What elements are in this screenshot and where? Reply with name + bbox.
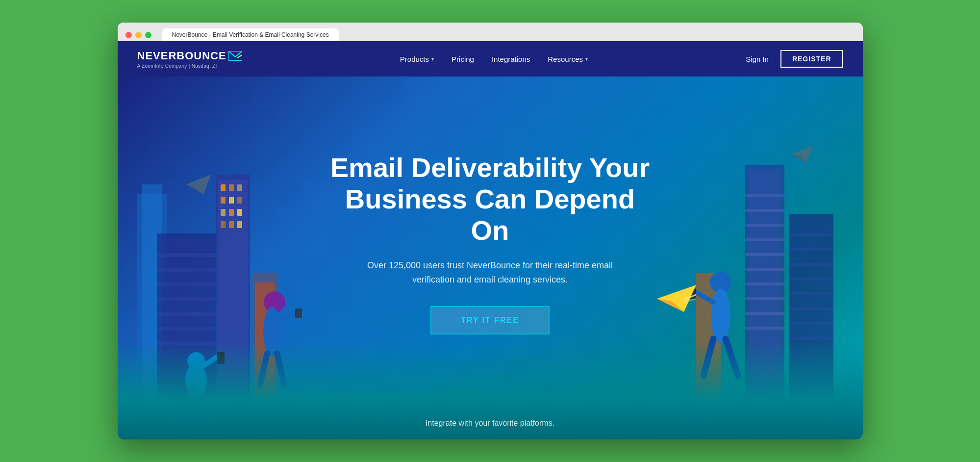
- hero-bottom: Integrate with your favorite platforms.: [118, 341, 863, 439]
- try-it-free-button[interactable]: TRY IT FREE: [430, 306, 550, 334]
- svg-rect-24: [157, 312, 216, 316]
- svg-rect-58: [789, 322, 833, 325]
- nav-actions: Sign In REGISTER: [746, 50, 843, 68]
- hero-title: Email Deliverability Your Business Can D…: [324, 152, 657, 247]
- chevron-down-icon: ▾: [585, 56, 588, 62]
- svg-rect-12: [221, 209, 226, 216]
- svg-rect-25: [157, 327, 216, 331]
- svg-rect-41: [745, 194, 784, 197]
- svg-rect-56: [789, 292, 833, 295]
- traffic-lights: [126, 32, 151, 38]
- paper-plane-top-right-icon: [792, 145, 814, 163]
- page-content: NEVERBOUNCE A ZoomInfo Company | Nasdaq:…: [118, 41, 863, 439]
- svg-rect-11: [237, 197, 242, 204]
- nav-links: Products ▾ Pricing Integrations Resource…: [242, 55, 746, 63]
- svg-rect-43: [745, 224, 784, 227]
- svg-rect-15: [221, 221, 226, 228]
- svg-rect-22: [157, 282, 216, 286]
- svg-rect-13: [229, 209, 234, 216]
- svg-rect-46: [745, 268, 784, 271]
- svg-rect-9: [221, 197, 226, 204]
- svg-rect-8: [237, 184, 242, 191]
- logo-subtitle: A ZoomInfo Company | Nasdaq: ZI: [137, 63, 242, 69]
- svg-rect-20: [157, 253, 216, 257]
- email-icon: [228, 51, 242, 61]
- sign-in-button[interactable]: Sign In: [746, 55, 769, 63]
- svg-rect-7: [229, 184, 234, 191]
- svg-rect-14: [237, 209, 242, 216]
- svg-rect-45: [745, 253, 784, 256]
- paper-plane-top-left-icon: [186, 175, 211, 194]
- hero-content: Email Deliverability Your Business Can D…: [314, 152, 667, 335]
- logo-text: NEVERBOUNCE: [137, 50, 242, 62]
- nav-products[interactable]: Products ▾: [400, 55, 434, 63]
- nav-resources[interactable]: Resources ▾: [548, 55, 588, 63]
- svg-rect-49: [745, 312, 784, 315]
- svg-point-62: [711, 289, 730, 343]
- chevron-down-icon: ▾: [431, 56, 434, 62]
- nav-pricing[interactable]: Pricing: [452, 55, 474, 63]
- navbar: NEVERBOUNCE A ZoomInfo Company | Nasdaq:…: [118, 41, 863, 77]
- svg-rect-23: [157, 297, 216, 301]
- integrate-text: Integrate with your favorite platforms.: [426, 419, 554, 428]
- nav-integrations[interactable]: Integrations: [492, 55, 530, 63]
- browser-chrome: NeverBounce - Email Verification & Email…: [118, 23, 863, 41]
- hero-section: Email Deliverability Your Business Can D…: [118, 77, 863, 439]
- svg-rect-38: [295, 308, 302, 318]
- active-tab[interactable]: NeverBounce - Email Verification & Email…: [162, 28, 339, 41]
- maximize-button[interactable]: [145, 32, 151, 38]
- svg-rect-55: [789, 278, 833, 281]
- logo-wordmark: NEVERBOUNCE: [137, 50, 226, 62]
- register-button[interactable]: REGISTER: [780, 50, 843, 68]
- hero-subtitle: Over 125,000 users trust NeverBounce for…: [358, 258, 623, 287]
- close-button[interactable]: [126, 32, 132, 38]
- svg-rect-6: [221, 184, 226, 191]
- svg-rect-53: [789, 248, 833, 251]
- svg-rect-59: [789, 336, 833, 339]
- svg-line-37: [279, 312, 297, 319]
- svg-rect-52: [789, 233, 833, 236]
- svg-rect-16: [229, 221, 234, 228]
- paper-plane-right-icon: [657, 285, 696, 312]
- svg-rect-17: [237, 221, 242, 228]
- svg-rect-48: [745, 297, 784, 300]
- browser-window: NeverBounce - Email Verification & Email…: [118, 23, 863, 439]
- svg-rect-42: [745, 209, 784, 212]
- svg-rect-57: [789, 307, 833, 310]
- tab-bar: NeverBounce - Email Verification & Email…: [162, 28, 855, 41]
- minimize-button[interactable]: [135, 32, 142, 38]
- svg-rect-44: [745, 238, 784, 241]
- svg-rect-54: [789, 263, 833, 266]
- svg-rect-21: [157, 268, 216, 272]
- svg-rect-10: [229, 197, 234, 204]
- logo-area[interactable]: NEVERBOUNCE A ZoomInfo Company | Nasdaq:…: [137, 50, 242, 69]
- svg-rect-50: [745, 327, 784, 330]
- svg-rect-47: [745, 282, 784, 285]
- svg-line-1: [237, 55, 242, 58]
